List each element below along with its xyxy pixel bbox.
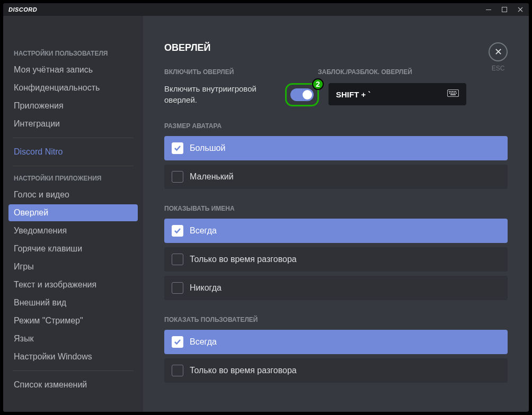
svg-rect-3	[449, 91, 450, 92]
divider	[13, 138, 134, 138]
sidebar-item-text-images[interactable]: Текст и изображения	[8, 276, 138, 293]
app-window: DISCORD НАСТРОЙКИ ПОЛЬЗОВАТЕЛЯ Моя учётн…	[3, 3, 529, 412]
avatar-size-group: Большой Маленький	[164, 136, 508, 189]
show-users-label: ПОКАЗАТЬ ПОЛЬЗОВАТЕЛЕЙ	[164, 316, 508, 323]
checkbox-icon	[172, 254, 183, 265]
esc-label: ESC	[492, 65, 505, 72]
minimize-button[interactable]	[485, 6, 492, 13]
sidebar-item-notifications[interactable]: Уведомления	[8, 222, 138, 239]
enable-overlay-label: ВКЛЮЧИТЬ ОВЕРЛЕЙ	[164, 68, 307, 76]
show-names-label: ПОКАЗЫВАТЬ ИМЕНА	[164, 205, 508, 212]
sidebar-item-appearance[interactable]: Внешний вид	[8, 294, 138, 311]
option-label: Всегда	[190, 337, 217, 347]
svg-rect-11	[454, 93, 455, 94]
svg-rect-5	[452, 91, 453, 92]
app-brand: DISCORD	[8, 6, 37, 13]
close-settings: ✕ ESC	[489, 42, 508, 72]
sidebar-item-account[interactable]: Моя учётная запись	[8, 61, 138, 78]
page-title: ОВЕРЛЕЙ	[164, 42, 508, 53]
sidebar-item-changelog[interactable]: Список изменений	[8, 376, 138, 393]
names-option-never[interactable]: Никогда	[164, 276, 508, 300]
svg-rect-1	[502, 7, 507, 12]
checkbox-icon	[172, 225, 183, 237]
svg-rect-7	[455, 91, 456, 92]
checkbox-icon	[172, 336, 183, 348]
sidebar-item-apps[interactable]: Приложения	[8, 97, 138, 114]
svg-rect-10	[453, 93, 454, 94]
svg-rect-9	[451, 93, 452, 94]
sidebar-item-privacy[interactable]: Конфиденциальность	[8, 79, 138, 96]
sidebar-item-games[interactable]: Игры	[8, 258, 138, 275]
sidebar-item-nitro[interactable]: Discord Nitro	[8, 143, 138, 160]
option-label: Никогда	[190, 283, 221, 293]
shortcut-field[interactable]: SHIFT + `	[329, 83, 466, 105]
svg-rect-13	[450, 94, 456, 95]
names-option-always[interactable]: Всегда	[164, 219, 508, 243]
window-controls	[485, 6, 524, 13]
checkbox-icon	[172, 142, 183, 154]
enable-overlay-toggle[interactable]	[290, 88, 314, 101]
avatar-option-small[interactable]: Маленький	[164, 165, 508, 189]
avatar-size-label: РАЗМЕР АВАТАРА	[164, 122, 508, 130]
option-label: Всегда	[190, 226, 217, 236]
highlight-box-2: 2	[285, 83, 319, 106]
show-names-group: Всегда Только во время разговора Никогда	[164, 219, 508, 300]
sidebar-item-streamer[interactable]: Режим "Стример"	[8, 312, 138, 329]
toggle-knob	[303, 90, 312, 100]
shortcut-text: SHIFT + `	[336, 90, 370, 99]
callout-badge-2: 2	[312, 78, 324, 90]
option-label: Только во время разговора	[190, 255, 297, 264]
sidebar-item-keybinds[interactable]: Горячие клавиши	[8, 240, 138, 257]
sidebar-item-language[interactable]: Язык	[8, 330, 138, 347]
sidebar-item-overlay[interactable]: Оверлей	[8, 204, 138, 221]
option-label: Маленький	[190, 172, 234, 182]
checkbox-icon	[172, 282, 183, 294]
sidebar-header-user: НАСТРОЙКИ ПОЛЬЗОВАТЕЛЯ	[8, 47, 138, 60]
close-button[interactable]	[517, 6, 524, 13]
names-option-speaking[interactable]: Только во время разговора	[164, 247, 508, 272]
settings-content: ✕ ESC ОВЕРЛЕЙ ВКЛЮЧИТЬ ОВЕРЛЕЙ ЗАБЛОК./Р…	[143, 16, 529, 412]
sidebar-header-app: НАСТРОЙКИ ПРИЛОЖЕНИЯ	[8, 172, 138, 185]
show-users-group: Всегда Только во время разговора	[164, 330, 508, 383]
maximize-button[interactable]	[501, 6, 508, 13]
close-icon: ✕	[494, 47, 502, 57]
titlebar: DISCORD	[3, 3, 529, 16]
svg-rect-0	[486, 10, 491, 10]
users-option-always[interactable]: Всегда	[164, 330, 508, 354]
option-label: Только во время разговора	[190, 366, 297, 375]
option-label: Большой	[190, 143, 225, 153]
divider	[13, 166, 134, 166]
svg-rect-6	[454, 91, 455, 92]
sidebar-item-integrations[interactable]: Интеграции	[8, 115, 138, 132]
users-option-speaking[interactable]: Только во время разговора	[164, 358, 508, 383]
close-settings-button[interactable]: ✕	[489, 42, 508, 61]
svg-rect-4	[450, 91, 451, 92]
enable-overlay-help: Включить внутриигровой оверлей.	[164, 83, 276, 105]
keyboard-icon	[447, 89, 459, 99]
avatar-option-large[interactable]: Большой	[164, 136, 508, 160]
settings-sidebar: НАСТРОЙКИ ПОЛЬЗОВАТЕЛЯ Моя учётная запис…	[3, 16, 143, 412]
svg-rect-8	[449, 93, 450, 94]
lock-overlay-label: ЗАБЛОК./РАЗБЛОК. ОВЕРЛЕЙ	[318, 68, 466, 76]
sidebar-item-windows[interactable]: Настройки Windows	[8, 348, 138, 365]
sidebar-item-voice[interactable]: Голос и видео	[8, 186, 138, 203]
svg-rect-12	[456, 93, 457, 94]
checkbox-icon	[172, 365, 183, 376]
divider	[13, 371, 134, 371]
checkbox-icon	[172, 171, 183, 183]
